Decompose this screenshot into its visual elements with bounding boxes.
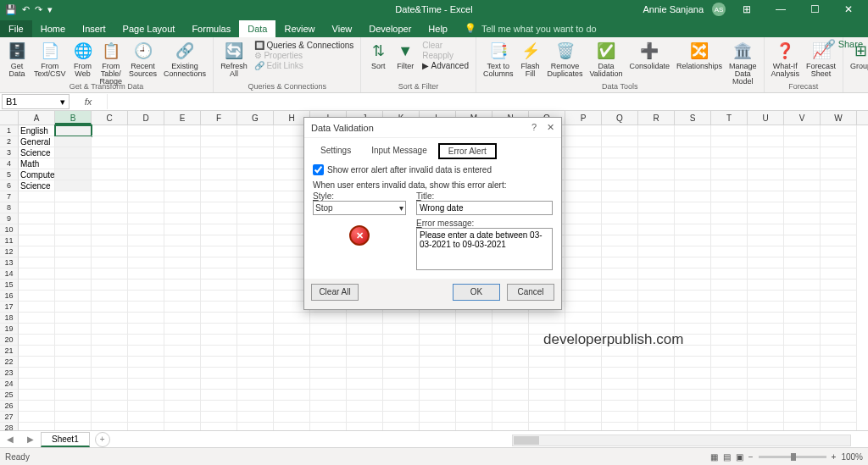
- sort-button[interactable]: ⇅Sort: [364, 39, 392, 72]
- cell[interactable]: [492, 401, 529, 412]
- text-to-columns-button[interactable]: 📑Text to Columns: [480, 39, 517, 80]
- zoom-out-button[interactable]: −: [748, 452, 754, 462]
- cell[interactable]: [565, 180, 602, 191]
- cell[interactable]: [19, 257, 55, 268]
- cell[interactable]: [92, 147, 128, 158]
- close-window-icon[interactable]: ✕: [836, 3, 861, 15]
- cell[interactable]: [748, 313, 784, 324]
- cell[interactable]: [821, 268, 857, 280]
- cell[interactable]: [748, 224, 784, 235]
- cell[interactable]: [237, 412, 274, 423]
- cell[interactable]: [92, 302, 128, 313]
- cell[interactable]: [92, 346, 128, 357]
- cell[interactable]: [55, 324, 92, 335]
- cell[interactable]: [128, 324, 164, 335]
- view-page-layout-icon[interactable]: ▤: [723, 452, 731, 462]
- cell[interactable]: [711, 235, 748, 246]
- cell[interactable]: [565, 257, 602, 268]
- cell[interactable]: [383, 401, 420, 412]
- save-icon[interactable]: 💾: [5, 4, 17, 15]
- cell[interactable]: [201, 390, 237, 401]
- cell[interactable]: [675, 368, 711, 379]
- cell[interactable]: [383, 368, 420, 379]
- cell[interactable]: [237, 313, 274, 324]
- cell[interactable]: [92, 191, 128, 202]
- cell[interactable]: [164, 180, 201, 191]
- column-header[interactable]: D: [128, 111, 164, 125]
- cell[interactable]: [128, 335, 164, 346]
- select-all-corner[interactable]: [0, 111, 19, 125]
- cell[interactable]: [128, 257, 164, 268]
- cell[interactable]: [164, 357, 201, 368]
- cell[interactable]: [675, 357, 711, 368]
- sheet-nav-prev-icon[interactable]: ◀: [0, 435, 20, 444]
- cell[interactable]: [565, 412, 602, 423]
- cell[interactable]: [784, 302, 821, 313]
- cell[interactable]: [383, 335, 420, 346]
- cell[interactable]: [748, 268, 784, 280]
- cell[interactable]: [274, 423, 310, 430]
- cell[interactable]: [602, 379, 638, 390]
- cell[interactable]: [55, 136, 92, 147]
- cell[interactable]: [420, 423, 456, 430]
- cell[interactable]: [164, 335, 201, 346]
- error-message-textarea[interactable]: Please enter a date between 03-03-2021 t…: [416, 228, 553, 270]
- cell[interactable]: [164, 291, 201, 302]
- cell[interactable]: [55, 357, 92, 368]
- cell[interactable]: [55, 291, 92, 302]
- cell[interactable]: [92, 291, 128, 302]
- cell[interactable]: [274, 357, 310, 368]
- cell[interactable]: [456, 423, 492, 430]
- cell[interactable]: [784, 280, 821, 291]
- cell[interactable]: [748, 357, 784, 368]
- minimize-icon[interactable]: —: [768, 3, 793, 15]
- ribbon-options-icon[interactable]: ⊞: [734, 3, 760, 15]
- cell[interactable]: [55, 268, 92, 280]
- cell[interactable]: [128, 280, 164, 291]
- cell[interactable]: [55, 147, 92, 158]
- column-header[interactable]: S: [675, 111, 711, 125]
- cell[interactable]: [638, 379, 675, 390]
- cell[interactable]: [92, 313, 128, 324]
- column-header[interactable]: W: [821, 111, 857, 125]
- formula-input[interactable]: [107, 94, 868, 109]
- cell[interactable]: [55, 125, 92, 136]
- column-header[interactable]: F: [201, 111, 237, 125]
- cell[interactable]: [128, 224, 164, 235]
- cell[interactable]: [310, 324, 347, 335]
- cell[interactable]: [821, 202, 857, 213]
- cell[interactable]: [420, 412, 456, 423]
- row-header[interactable]: 15: [0, 280, 19, 291]
- cell[interactable]: [19, 423, 55, 430]
- cell[interactable]: [638, 202, 675, 213]
- cell[interactable]: [784, 390, 821, 401]
- cell[interactable]: [638, 335, 675, 346]
- cell[interactable]: [821, 246, 857, 257]
- column-header[interactable]: P: [565, 111, 602, 125]
- cell[interactable]: [201, 291, 237, 302]
- cell[interactable]: [55, 412, 92, 423]
- cell[interactable]: [565, 324, 602, 335]
- dialog-close-icon[interactable]: ✕: [547, 122, 554, 133]
- cell[interactable]: [638, 235, 675, 246]
- cell[interactable]: [310, 346, 347, 357]
- tab-insert[interactable]: Insert: [74, 20, 114, 37]
- cell[interactable]: [201, 169, 237, 180]
- cell[interactable]: [420, 401, 456, 412]
- cell[interactable]: [237, 136, 274, 147]
- from-web-button[interactable]: 🌐From Web: [70, 39, 97, 80]
- cell[interactable]: [237, 213, 274, 224]
- cell[interactable]: [201, 257, 237, 268]
- cell[interactable]: [201, 357, 237, 368]
- cell[interactable]: [821, 191, 857, 202]
- column-header[interactable]: E: [164, 111, 201, 125]
- cell[interactable]: [821, 158, 857, 169]
- cell[interactable]: [420, 357, 456, 368]
- cell[interactable]: [92, 125, 128, 136]
- row-header[interactable]: 22: [0, 357, 19, 368]
- cell[interactable]: [237, 180, 274, 191]
- cell[interactable]: [784, 346, 821, 357]
- row-header[interactable]: 13: [0, 257, 19, 268]
- add-sheet-button[interactable]: +: [95, 432, 110, 447]
- flash-fill-button[interactable]: ⚡Flash Fill: [517, 39, 544, 80]
